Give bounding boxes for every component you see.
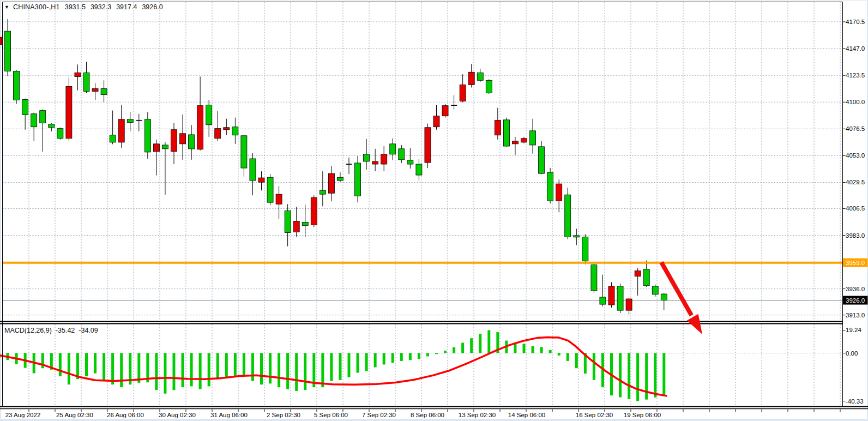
macd-indicator-readout: MACD(12,26,9)-35.42-34.09	[4, 327, 98, 334]
candle[interactable]	[486, 79, 492, 94]
last-price-badge: 3926.0	[843, 296, 868, 305]
trading-chart-window: 4170.54147.04123.54100.04076.54053.04029…	[0, 0, 868, 421]
candle-body	[661, 294, 667, 300]
candle-body	[75, 73, 81, 76]
candle-body	[66, 86, 72, 138]
candle-body	[626, 299, 632, 310]
macd-bar	[348, 353, 351, 377]
candle[interactable]	[442, 104, 448, 118]
macd-bar	[426, 353, 429, 357]
candle[interactable]	[267, 174, 273, 205]
price-tick-label: 4006.5	[846, 205, 865, 212]
chevron-down-icon[interactable]: ▼	[4, 4, 9, 10]
candle[interactable]	[144, 112, 150, 159]
candle-body	[582, 237, 588, 261]
candle-body	[49, 124, 55, 128]
macd-bar	[68, 353, 70, 385]
candle[interactable]	[425, 124, 431, 168]
candle-body	[276, 194, 282, 204]
macd-bar	[593, 353, 595, 380]
macd-bar	[260, 353, 263, 385]
candle[interactable]	[355, 156, 361, 202]
readout-high: 3932.3	[91, 3, 111, 11]
candle-body	[189, 135, 195, 149]
candle-body	[180, 134, 186, 144]
candle-body	[521, 139, 527, 142]
candle[interactable]	[57, 128, 63, 140]
macd-bar	[295, 353, 298, 391]
candle[interactable]	[14, 70, 20, 104]
macd-bar	[558, 353, 560, 356]
macd-tick-label: 19.24	[846, 327, 861, 333]
macd-bar	[199, 353, 202, 389]
macd-bar	[461, 343, 464, 353]
macd-bar	[304, 353, 306, 390]
candle-body	[162, 145, 168, 149]
candle[interactable]	[591, 263, 597, 293]
macd-bar	[59, 353, 62, 377]
price-tick-label: 4029.5	[846, 179, 865, 185]
macd-bar	[208, 353, 210, 387]
candle-body	[608, 286, 614, 305]
candle-body	[22, 100, 28, 115]
time-tick-label: 16 Sep 02:30	[576, 412, 613, 418]
candle-body	[635, 271, 641, 276]
candle-body	[206, 105, 212, 125]
candle[interactable]	[503, 118, 509, 147]
candle-body	[433, 116, 439, 127]
macd-bar	[251, 353, 254, 381]
candle-body	[399, 149, 405, 160]
candle-body	[425, 128, 431, 163]
macd-bar	[269, 353, 272, 384]
candle-body	[197, 106, 203, 149]
time-tick-label: 5 Sep 06:00	[314, 412, 348, 418]
macd-bar	[409, 353, 412, 360]
candle-body	[617, 286, 623, 310]
candle[interactable]	[608, 282, 614, 308]
candle-body	[224, 128, 230, 130]
candle[interactable]	[66, 77, 72, 140]
candle-doji-body	[136, 120, 142, 121]
macd-bar	[479, 334, 481, 353]
candle-body	[0, 37, 2, 45]
candle-body	[250, 159, 256, 181]
price-tick-label: 4053.0	[846, 152, 865, 159]
candle[interactable]	[547, 168, 553, 203]
candle-body	[232, 127, 238, 135]
macd-signal-value: -34.09	[79, 327, 98, 334]
chart-canvas[interactable]: 4170.54147.04123.54100.04076.54053.04029…	[0, 0, 868, 421]
time-tick-label: 14 Sep 06:00	[508, 412, 545, 418]
candle-body	[355, 163, 361, 196]
highlight-price-badge: 3959.0	[843, 258, 868, 267]
candle[interactable]	[582, 234, 588, 264]
macd-bar	[137, 353, 140, 383]
candle-body	[364, 154, 370, 161]
candle-body	[591, 265, 597, 291]
macd-bar	[243, 353, 245, 377]
macd-bar	[383, 353, 385, 365]
candle[interactable]	[565, 188, 571, 239]
candle-body	[381, 154, 387, 164]
macd-bar	[164, 353, 166, 394]
readout-open: 3931.5	[65, 3, 86, 11]
candle-body	[57, 129, 63, 139]
candle-body	[92, 89, 98, 92]
macd-bar	[286, 353, 289, 389]
macd-bar	[173, 353, 176, 390]
candle-body	[110, 135, 116, 142]
time-tick-label: 19 Sep 06:00	[624, 412, 661, 418]
candle[interactable]	[617, 284, 623, 313]
candle-body	[83, 73, 89, 91]
candle-body	[652, 286, 658, 294]
macd-bar	[654, 353, 656, 398]
candle-body	[144, 119, 150, 152]
macd-bar	[103, 353, 105, 381]
candle[interactable]	[311, 195, 317, 227]
macd-bar	[628, 353, 630, 399]
candle-body	[600, 297, 606, 304]
macd-bar	[444, 351, 447, 353]
candle-body	[337, 177, 343, 181]
price-tick-label: 4100.0	[846, 99, 865, 105]
candle-body	[285, 211, 291, 232]
candle-doji-body	[346, 164, 352, 165]
